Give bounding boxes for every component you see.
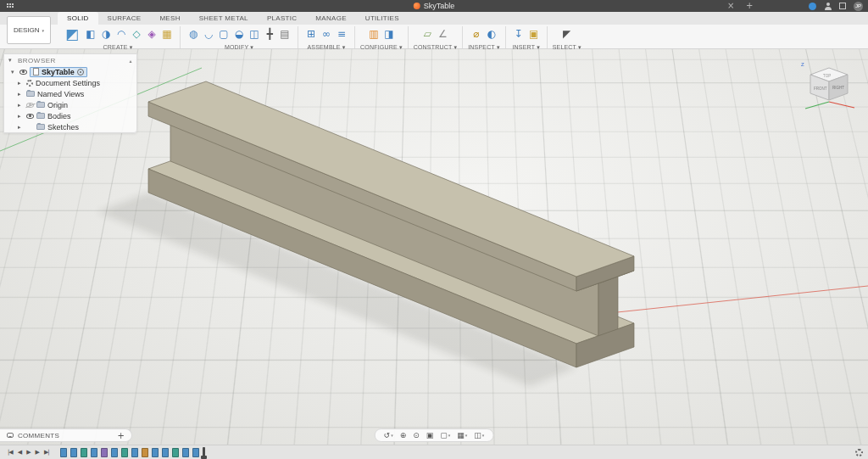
activate-radio-icon[interactable]	[77, 69, 84, 76]
pattern-icon[interactable]: ▦	[159, 25, 175, 42]
change-parameters-icon[interactable]: ▤	[277, 25, 292, 42]
section-analysis-icon[interactable]: ◐	[484, 25, 499, 42]
select-icon[interactable]: ◤	[559, 25, 575, 42]
revolve-icon[interactable]: ◑	[98, 25, 114, 42]
browser-item-root[interactable]: ▾ SkyTable	[4, 66, 136, 77]
play-icon[interactable]: ▶	[24, 449, 32, 456]
comments-panel[interactable]: COMMENTS +	[0, 428, 132, 442]
timeline-feature[interactable]	[60, 448, 67, 457]
profile-icon[interactable]	[824, 3, 832, 10]
extrude-icon[interactable]: ◧	[83, 25, 98, 42]
timeline-feature[interactable]	[182, 448, 189, 457]
toolbar-group-label-create[interactable]: CREATE ▾	[103, 44, 133, 51]
configuration-table-icon[interactable]: ◨	[381, 25, 397, 42]
combine-icon[interactable]: ◒	[231, 25, 247, 42]
tab-manage[interactable]: MANAGE	[306, 12, 355, 25]
press-pull-icon[interactable]: ◍	[186, 25, 201, 42]
timeline-feature[interactable]	[131, 448, 138, 457]
timeline-feature[interactable]	[91, 448, 97, 457]
expand-icon[interactable]: ▸	[18, 91, 24, 98]
loft-icon[interactable]: ◇	[129, 25, 144, 42]
timeline-feature[interactable]	[152, 448, 159, 457]
fillet-icon[interactable]: ◡	[201, 25, 216, 42]
timeline-playhead[interactable]	[203, 447, 205, 458]
derive-icon[interactable]: ◈	[144, 25, 159, 42]
configuration-icon[interactable]: ▥	[366, 25, 381, 42]
new-tab-icon[interactable]: +	[746, 0, 753, 12]
browser-item-document-settings[interactable]: ▸ Document Settings	[4, 77, 136, 88]
tab-surface[interactable]: SURFACE	[98, 12, 151, 25]
new-component-icon[interactable]: ⊞	[303, 25, 319, 42]
fit-icon[interactable]: ▣	[424, 429, 437, 441]
timeline-feature[interactable]	[142, 448, 148, 457]
expand-icon[interactable]: ▸	[18, 80, 24, 87]
visibility-eye-off-icon[interactable]	[26, 103, 34, 108]
orbit-icon[interactable]: ↺▾	[381, 429, 396, 441]
job-status-icon[interactable]	[809, 3, 816, 10]
timeline-feature[interactable]	[70, 448, 77, 457]
viewcube[interactable]: Z TOP FRONT RIGHT	[798, 58, 860, 114]
apps-grid-icon[interactable]	[839, 3, 846, 9]
close-tab-icon[interactable]: ×	[727, 0, 734, 12]
tab-solid[interactable]: SOLID	[58, 12, 98, 25]
timeline-feature[interactable]	[111, 448, 118, 457]
construction-plane-icon[interactable]: ▱	[420, 25, 435, 42]
root-selection-box[interactable]: SkyTable	[30, 67, 87, 77]
viewports-icon[interactable]: ◫▾	[471, 429, 487, 441]
display-settings-icon[interactable]: ▢▾	[437, 429, 453, 441]
measure-icon[interactable]: ⌀	[469, 25, 484, 42]
tab-plastic[interactable]: PLASTIC	[258, 12, 306, 25]
rigid-group-icon[interactable]: ≡	[334, 25, 349, 42]
toolbar-group-label-construct[interactable]: CONSTRUCT ▾	[414, 44, 457, 51]
pan-icon[interactable]: ⊕	[398, 429, 409, 441]
zoom-icon[interactable]: ⊙	[410, 429, 422, 441]
split-body-icon[interactable]: ◫	[247, 25, 262, 42]
toolbar-group-label-inspect[interactable]: INSPECT ▾	[468, 44, 499, 51]
browser-item-named-views[interactable]: ▸ Named Views	[4, 88, 136, 99]
go-to-end-icon[interactable]: ▶|	[42, 449, 52, 456]
timeline-feature[interactable]	[192, 448, 199, 457]
visibility-eye-icon[interactable]	[19, 70, 27, 75]
grid-layout-icon[interactable]: ▦▾	[454, 429, 470, 441]
document-tab[interactable]: SkyTable	[414, 0, 455, 12]
app-menu-icon[interactable]	[7, 3, 8, 5]
browser-item-sketches[interactable]: ▸ Sketches	[4, 121, 136, 132]
add-comment-button[interactable]: +	[118, 431, 125, 440]
profile-avatar[interactable]: JP	[854, 2, 863, 11]
tab-utilities[interactable]: UTILITIES	[356, 12, 409, 25]
visibility-eye-icon[interactable]	[26, 114, 34, 119]
toolbar-group-label-configure[interactable]: CONFIGURE ▾	[360, 44, 403, 51]
browser-header[interactable]: ▾ BROWSER ▴	[4, 54, 136, 66]
design-menu-button[interactable]: DESIGN ▾	[7, 16, 51, 44]
timeline-feature[interactable]	[81, 448, 87, 457]
toolbar-group-label-assemble[interactable]: ASSEMBLE ▾	[307, 44, 345, 51]
create-sketch-icon[interactable]: ◩	[61, 25, 83, 42]
move-copy-icon[interactable]: ╋	[262, 25, 277, 42]
step-back-icon[interactable]: ◀	[15, 449, 24, 456]
collapse-panel-icon[interactable]: ▴	[129, 58, 132, 64]
tab-mesh[interactable]: MESH	[150, 12, 189, 25]
go-to-start-icon[interactable]: |◀	[5, 449, 15, 456]
expand-icon[interactable]: ▸	[18, 102, 24, 109]
collapse-icon[interactable]: ▾	[11, 69, 17, 76]
browser-item-origin[interactable]: ▸ Origin	[4, 99, 136, 110]
insert-derive-icon[interactable]: ↧	[511, 25, 526, 42]
browser-item-bodies[interactable]: ▸ Bodies	[4, 110, 136, 121]
ibeam-web-end-face[interactable]	[598, 277, 618, 336]
expand-icon[interactable]: ▸	[18, 113, 24, 120]
viewport-canvas[interactable]: Z TOP FRONT RIGHT ▾ BROWSER ▴ ▾	[0, 49, 868, 445]
canvas-icon[interactable]: ▣	[526, 25, 542, 42]
shell-icon[interactable]: ▢	[216, 25, 231, 42]
toolbar-group-label-select[interactable]: SELECT ▾	[553, 44, 581, 51]
timeline-feature[interactable]	[101, 448, 108, 457]
toolbar-group-label-insert[interactable]: INSERT ▾	[512, 44, 539, 51]
joint-icon[interactable]: ∞	[319, 25, 334, 42]
settings-gear-icon[interactable]	[855, 449, 863, 456]
sweep-icon[interactable]: ◠	[114, 25, 129, 42]
timeline-feature[interactable]	[162, 448, 169, 457]
step-forward-icon[interactable]: ▶	[33, 449, 42, 456]
toolbar-group-label-modify[interactable]: MODIFY ▾	[225, 44, 253, 51]
timeline-feature[interactable]	[172, 448, 179, 457]
timeline-feature[interactable]	[121, 448, 128, 457]
expand-icon[interactable]: ▸	[18, 124, 24, 131]
